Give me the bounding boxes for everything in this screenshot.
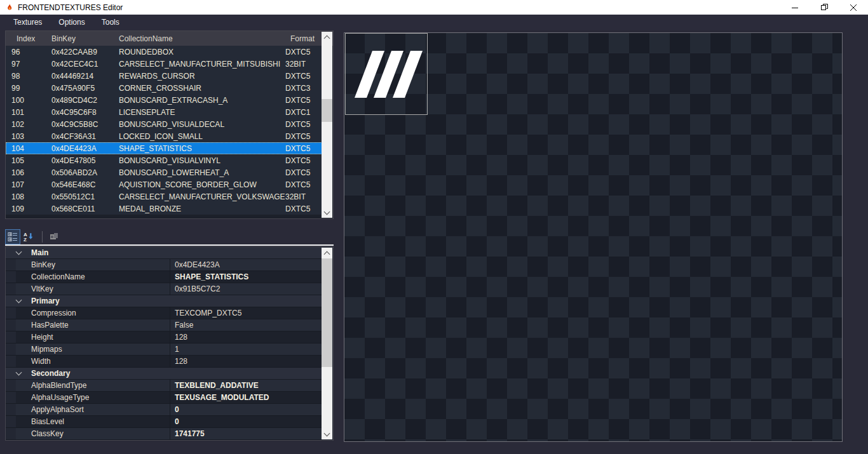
table-row[interactable]: 1040x4DE4423ASHAPE_STATISTICSDXTC5 <box>6 142 322 154</box>
row-gutter <box>6 404 16 415</box>
property-value[interactable]: SHAPE_STATISTICS <box>170 271 322 283</box>
menubar: TexturesOptionsTools <box>0 15 868 30</box>
property-value[interactable]: TEXUSAGE_MODULATED <box>170 392 322 403</box>
property-row: AlphaBlendTypeTEXBLEND_ADDATIVE <box>6 380 322 392</box>
scroll-up-button[interactable] <box>322 32 332 43</box>
texture-preview[interactable] <box>345 33 428 115</box>
property-value[interactable]: TEXCOMP_DXTC5 <box>170 307 322 319</box>
property-row: ClassKey1741775 <box>6 428 322 440</box>
cell-index: 106 <box>6 168 51 177</box>
property-value[interactable]: 128 <box>170 331 322 343</box>
cell-index: 101 <box>6 108 51 117</box>
property-value[interactable]: 128 <box>170 356 322 367</box>
menu-item-textures[interactable]: Textures <box>5 16 50 29</box>
property-value[interactable]: 1741775 <box>170 428 322 439</box>
row-gutter <box>6 271 16 283</box>
texture-preview-canvas[interactable] <box>344 32 843 442</box>
property-value[interactable]: False <box>170 319 322 331</box>
cell-collectionname: MEDAL_BRONZE <box>119 204 285 213</box>
categorized-view-button[interactable] <box>5 229 20 244</box>
column-header-binkey[interactable]: BinKey <box>51 34 119 43</box>
cell-index: 105 <box>6 156 51 165</box>
chevron-down-icon <box>324 430 330 436</box>
property-name[interactable]: Compression <box>16 307 170 319</box>
categorized-icon <box>8 232 18 242</box>
property-row: ApplyAlphaSort0 <box>6 404 322 416</box>
property-name[interactable]: BinKey <box>16 259 170 270</box>
app-flame-icon <box>5 3 14 12</box>
table-row[interactable]: 1080x550512C1CARSELECT_MANUFACTURER_VOLK… <box>6 190 322 203</box>
cell-format: 32BIT <box>285 60 322 69</box>
table-row[interactable]: 990x475A90F5CORNER_CROSSHAIRDXTC3 <box>6 82 322 94</box>
property-name[interactable]: Width <box>16 356 170 367</box>
property-value[interactable]: TEXBLEND_ADDATIVE <box>170 380 322 391</box>
menu-item-options[interactable]: Options <box>50 16 93 29</box>
property-grid-scrollbar[interactable] <box>322 248 332 439</box>
scroll-down-button[interactable] <box>322 207 332 218</box>
property-name[interactable]: ApplyAlphaSort <box>16 404 170 415</box>
cell-index: 96 <box>6 48 51 57</box>
chevron-up-icon <box>324 251 330 257</box>
scroll-up-button[interactable] <box>322 248 332 258</box>
alphabetical-sort-button[interactable]: A Z <box>22 229 37 244</box>
category-row-primary[interactable]: Primary <box>6 295 322 307</box>
property-value[interactable]: 0 <box>170 416 322 427</box>
cell-format: 32BIT <box>285 192 322 201</box>
minimize-button[interactable] <box>780 0 810 15</box>
cell-collectionname: BONUSCARD_VISUALDECAL <box>119 120 285 129</box>
cell-binkey: 0x4CF36A31 <box>51 132 119 141</box>
cell-collectionname: AQUISTION_SCORE_BORDER_GLOW <box>119 180 285 189</box>
menu-item-tools[interactable]: Tools <box>93 16 128 29</box>
table-row[interactable]: 1090x568CE011MEDAL_BRONZEDXTC5 <box>6 203 322 215</box>
column-header-index[interactable]: Index <box>6 34 51 43</box>
table-scrollbar[interactable] <box>322 32 332 218</box>
cell-format: DXTC5 <box>285 156 322 165</box>
table-row[interactable]: 1030x4CF36A31LOCKED_ICON_SMALLDXTC5 <box>6 130 322 142</box>
property-name[interactable]: VltKey <box>16 283 170 295</box>
cell-binkey: 0x4C9C5B8C <box>51 120 119 129</box>
chevron-down-icon <box>324 208 330 215</box>
table-row[interactable]: 1050x4DE47805BONUSCARD_VISUALVINYLDXTC5 <box>6 154 322 166</box>
property-value[interactable]: 0 <box>170 404 322 415</box>
property-row: VltKey0x91B5C7C2 <box>6 283 322 295</box>
cell-collectionname: BONUSCARD_VISUALVINYL <box>119 156 285 165</box>
cell-collectionname: CARSELECT_MANUFACTURER_MITSUBISHI <box>119 60 285 69</box>
scroll-thumb[interactable] <box>322 99 332 122</box>
cell-binkey: 0x4DE4423A <box>51 144 119 153</box>
close-button[interactable] <box>839 0 868 15</box>
property-name[interactable]: ClassKey <box>16 428 170 439</box>
category-row-secondary[interactable]: Secondary <box>6 368 322 380</box>
row-gutter <box>6 392 16 403</box>
property-value[interactable]: 0x91B5C7C2 <box>170 283 322 295</box>
table-row[interactable]: 980x44469214REWARDS_CURSORDXTC5 <box>6 70 322 82</box>
property-pages-button[interactable] <box>46 229 62 244</box>
category-label: Secondary <box>31 369 70 378</box>
property-name[interactable]: HasPalette <box>16 319 170 331</box>
category-label: Main <box>31 248 48 257</box>
cell-binkey: 0x4DE47805 <box>51 156 119 165</box>
table-row[interactable]: 970x42CEC4C1CARSELECT_MANUFACTURER_MITSU… <box>6 58 322 70</box>
property-name[interactable]: BiasLevel <box>16 416 170 427</box>
table-row[interactable]: 1070x546E468CAQUISTION_SCORE_BORDER_GLOW… <box>6 178 322 190</box>
restore-button[interactable] <box>810 0 839 15</box>
scroll-down-button[interactable] <box>322 429 332 439</box>
property-name[interactable]: AlphaUsageType <box>16 392 170 403</box>
category-row-main[interactable]: Main <box>6 247 322 259</box>
table-row[interactable]: 960x422CAAB9ROUNDEDBOXDXTC5 <box>6 46 322 58</box>
property-value[interactable]: 0x4DE4423A <box>170 259 322 270</box>
property-name[interactable]: Height <box>16 331 170 343</box>
table-row[interactable]: 1020x4C9C5B8CBONUSCARD_VISUALDECALDXTC5 <box>6 118 322 130</box>
row-gutter <box>6 283 16 295</box>
table-row[interactable]: 1010x4C95C6F8LICENSEPLATEDXTC1 <box>6 106 322 118</box>
table-row[interactable]: 1000x489CD4C2BONUSCARD_EXTRACASH_ADXTC5 <box>6 94 322 106</box>
property-name[interactable]: Mipmaps <box>16 344 170 355</box>
table-row[interactable]: 1060x506ABD2ABONUSCARD_LOWERHEAT_ADXTC5 <box>6 166 322 178</box>
cell-collectionname: BONUSCARD_EXTRACASH_A <box>119 96 285 105</box>
column-header-collectionname[interactable]: CollectionName <box>119 34 285 43</box>
cell-collectionname: ROUNDEDBOX <box>119 48 285 57</box>
property-name[interactable]: CollectionName <box>16 271 170 283</box>
table-header-row: IndexBinKeyCollectionNameFormat <box>6 31 333 46</box>
property-value[interactable]: 1 <box>170 344 322 355</box>
scroll-thumb[interactable] <box>322 258 332 367</box>
property-name[interactable]: AlphaBlendType <box>16 380 170 391</box>
